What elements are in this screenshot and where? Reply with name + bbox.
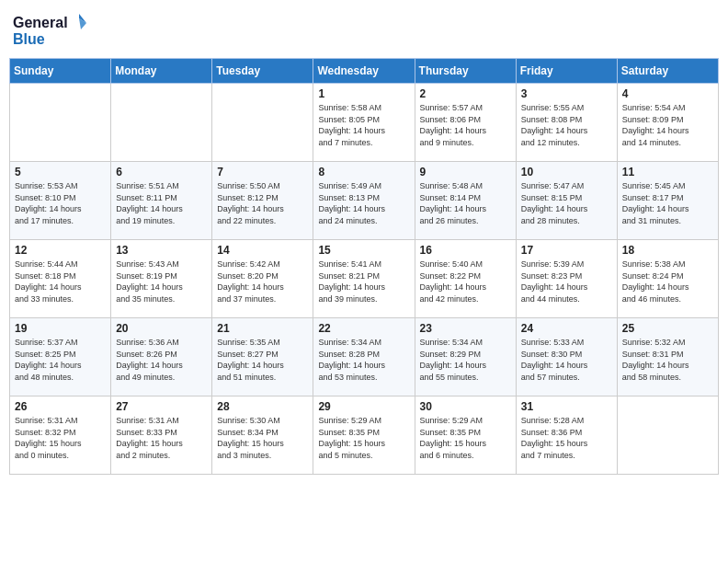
day-info: Sunrise: 5:45 AM Sunset: 8:17 PM Dayligh… bbox=[622, 180, 713, 226]
day-number: 4 bbox=[622, 87, 713, 100]
calendar-cell: 6Sunrise: 5:51 AM Sunset: 8:11 PM Daylig… bbox=[111, 162, 212, 240]
day-info: Sunrise: 5:29 AM Sunset: 8:35 PM Dayligh… bbox=[318, 415, 409, 461]
logo-svg: General Blue bbox=[13, 9, 86, 51]
calendar-table: SundayMondayTuesdayWednesdayThursdayFrid… bbox=[9, 58, 719, 475]
day-number: 25 bbox=[622, 322, 713, 335]
day-number: 10 bbox=[521, 166, 612, 178]
calendar-cell: 7Sunrise: 5:50 AM Sunset: 8:12 PM Daylig… bbox=[212, 162, 313, 240]
day-number: 23 bbox=[420, 322, 511, 335]
calendar-cell: 30Sunrise: 5:29 AM Sunset: 8:35 PM Dayli… bbox=[415, 396, 516, 475]
calendar-cell bbox=[212, 84, 313, 162]
day-info: Sunrise: 5:38 AM Sunset: 8:24 PM Dayligh… bbox=[622, 259, 713, 304]
day-info: Sunrise: 5:39 AM Sunset: 8:23 PM Dayligh… bbox=[521, 259, 612, 304]
calendar-cell: 23Sunrise: 5:34 AM Sunset: 8:29 PM Dayli… bbox=[415, 318, 516, 396]
day-header-tuesday: Tuesday bbox=[212, 59, 313, 84]
page-header: General Blue bbox=[9, 9, 719, 51]
calendar-cell: 26Sunrise: 5:31 AM Sunset: 8:32 PM Dayli… bbox=[10, 396, 111, 475]
day-number: 28 bbox=[217, 400, 308, 413]
day-number: 20 bbox=[116, 322, 207, 335]
day-number: 24 bbox=[521, 322, 612, 335]
day-info: Sunrise: 5:31 AM Sunset: 8:32 PM Dayligh… bbox=[15, 415, 106, 461]
day-number: 13 bbox=[116, 244, 207, 257]
calendar-cell: 20Sunrise: 5:36 AM Sunset: 8:26 PM Dayli… bbox=[111, 318, 212, 396]
week-row-1: 1Sunrise: 5:58 AM Sunset: 8:05 PM Daylig… bbox=[10, 84, 719, 162]
calendar-cell: 10Sunrise: 5:47 AM Sunset: 8:15 PM Dayli… bbox=[516, 162, 617, 240]
calendar-cell: 27Sunrise: 5:31 AM Sunset: 8:33 PM Dayli… bbox=[111, 396, 212, 475]
calendar-cell: 18Sunrise: 5:38 AM Sunset: 8:24 PM Dayli… bbox=[617, 240, 718, 318]
calendar-cell: 21Sunrise: 5:35 AM Sunset: 8:27 PM Dayli… bbox=[212, 318, 313, 396]
day-header-wednesday: Wednesday bbox=[313, 59, 415, 84]
day-info: Sunrise: 5:37 AM Sunset: 8:25 PM Dayligh… bbox=[15, 337, 106, 383]
day-info: Sunrise: 5:49 AM Sunset: 8:13 PM Dayligh… bbox=[318, 180, 409, 226]
day-info: Sunrise: 5:48 AM Sunset: 8:14 PM Dayligh… bbox=[420, 180, 511, 226]
calendar-cell: 15Sunrise: 5:41 AM Sunset: 8:21 PM Dayli… bbox=[313, 240, 415, 318]
day-info: Sunrise: 5:41 AM Sunset: 8:21 PM Dayligh… bbox=[318, 259, 409, 304]
week-row-5: 26Sunrise: 5:31 AM Sunset: 8:32 PM Dayli… bbox=[10, 396, 719, 475]
calendar-cell: 24Sunrise: 5:33 AM Sunset: 8:30 PM Dayli… bbox=[516, 318, 617, 396]
day-info: Sunrise: 5:42 AM Sunset: 8:20 PM Dayligh… bbox=[217, 259, 308, 304]
calendar-cell: 1Sunrise: 5:58 AM Sunset: 8:05 PM Daylig… bbox=[313, 84, 415, 162]
day-number: 30 bbox=[420, 400, 511, 413]
day-info: Sunrise: 5:50 AM Sunset: 8:12 PM Dayligh… bbox=[217, 180, 308, 226]
day-number: 16 bbox=[420, 244, 511, 257]
day-number: 2 bbox=[420, 87, 511, 100]
calendar-cell: 11Sunrise: 5:45 AM Sunset: 8:17 PM Dayli… bbox=[617, 162, 718, 240]
calendar-cell: 19Sunrise: 5:37 AM Sunset: 8:25 PM Dayli… bbox=[10, 318, 111, 396]
day-number: 1 bbox=[318, 87, 409, 100]
day-info: Sunrise: 5:51 AM Sunset: 8:11 PM Dayligh… bbox=[116, 180, 207, 226]
day-info: Sunrise: 5:30 AM Sunset: 8:34 PM Dayligh… bbox=[217, 415, 308, 461]
calendar-cell: 22Sunrise: 5:34 AM Sunset: 8:28 PM Dayli… bbox=[313, 318, 415, 396]
calendar-cell bbox=[617, 396, 718, 475]
week-row-2: 5Sunrise: 5:53 AM Sunset: 8:10 PM Daylig… bbox=[10, 162, 719, 240]
day-number: 18 bbox=[622, 244, 713, 257]
day-number: 17 bbox=[521, 244, 612, 257]
calendar-cell: 13Sunrise: 5:43 AM Sunset: 8:19 PM Dayli… bbox=[111, 240, 212, 318]
day-number: 27 bbox=[116, 400, 207, 413]
logo: General Blue bbox=[13, 9, 86, 51]
calendar-cell: 9Sunrise: 5:48 AM Sunset: 8:14 PM Daylig… bbox=[415, 162, 516, 240]
week-row-3: 12Sunrise: 5:44 AM Sunset: 8:18 PM Dayli… bbox=[10, 240, 719, 318]
calendar-cell: 5Sunrise: 5:53 AM Sunset: 8:10 PM Daylig… bbox=[10, 162, 111, 240]
day-info: Sunrise: 5:53 AM Sunset: 8:10 PM Dayligh… bbox=[15, 180, 106, 226]
day-info: Sunrise: 5:29 AM Sunset: 8:35 PM Dayligh… bbox=[420, 415, 511, 461]
day-number: 9 bbox=[420, 166, 511, 178]
day-number: 19 bbox=[15, 322, 106, 335]
calendar-cell: 29Sunrise: 5:29 AM Sunset: 8:35 PM Dayli… bbox=[313, 396, 415, 475]
day-info: Sunrise: 5:32 AM Sunset: 8:31 PM Dayligh… bbox=[622, 337, 713, 383]
day-number: 8 bbox=[318, 166, 409, 178]
day-info: Sunrise: 5:34 AM Sunset: 8:28 PM Dayligh… bbox=[318, 337, 409, 383]
day-info: Sunrise: 5:57 AM Sunset: 8:06 PM Dayligh… bbox=[420, 102, 511, 148]
calendar-cell: 3Sunrise: 5:55 AM Sunset: 8:08 PM Daylig… bbox=[516, 84, 617, 162]
calendar-cell: 4Sunrise: 5:54 AM Sunset: 8:09 PM Daylig… bbox=[617, 84, 718, 162]
day-info: Sunrise: 5:43 AM Sunset: 8:19 PM Dayligh… bbox=[116, 259, 207, 304]
day-number: 5 bbox=[15, 166, 106, 178]
day-info: Sunrise: 5:28 AM Sunset: 8:36 PM Dayligh… bbox=[521, 415, 612, 461]
day-number: 12 bbox=[15, 244, 106, 257]
day-info: Sunrise: 5:33 AM Sunset: 8:30 PM Dayligh… bbox=[521, 337, 612, 383]
day-number: 26 bbox=[15, 400, 106, 413]
calendar-cell: 28Sunrise: 5:30 AM Sunset: 8:34 PM Dayli… bbox=[212, 396, 313, 475]
day-info: Sunrise: 5:55 AM Sunset: 8:08 PM Dayligh… bbox=[521, 102, 612, 148]
day-number: 7 bbox=[217, 166, 308, 178]
day-number: 22 bbox=[318, 322, 409, 335]
day-info: Sunrise: 5:40 AM Sunset: 8:22 PM Dayligh… bbox=[420, 259, 511, 304]
day-info: Sunrise: 5:36 AM Sunset: 8:26 PM Dayligh… bbox=[116, 337, 207, 383]
day-number: 3 bbox=[521, 87, 612, 100]
header-row: SundayMondayTuesdayWednesdayThursdayFrid… bbox=[10, 59, 719, 84]
day-number: 21 bbox=[217, 322, 308, 335]
calendar-cell bbox=[111, 84, 212, 162]
day-number: 31 bbox=[521, 400, 612, 413]
day-header-monday: Monday bbox=[111, 59, 212, 84]
day-header-sunday: Sunday bbox=[10, 59, 111, 84]
calendar-cell: 31Sunrise: 5:28 AM Sunset: 8:36 PM Dayli… bbox=[516, 396, 617, 475]
day-info: Sunrise: 5:47 AM Sunset: 8:15 PM Dayligh… bbox=[521, 180, 612, 226]
day-number: 6 bbox=[116, 166, 207, 178]
calendar-cell: 2Sunrise: 5:57 AM Sunset: 8:06 PM Daylig… bbox=[415, 84, 516, 162]
svg-text:Blue: Blue bbox=[13, 31, 45, 47]
calendar-cell: 14Sunrise: 5:42 AM Sunset: 8:20 PM Dayli… bbox=[212, 240, 313, 318]
svg-text:General: General bbox=[13, 15, 68, 30]
day-number: 11 bbox=[622, 166, 713, 178]
day-header-friday: Friday bbox=[516, 59, 617, 84]
calendar-cell: 8Sunrise: 5:49 AM Sunset: 8:13 PM Daylig… bbox=[313, 162, 415, 240]
day-header-saturday: Saturday bbox=[617, 59, 718, 84]
